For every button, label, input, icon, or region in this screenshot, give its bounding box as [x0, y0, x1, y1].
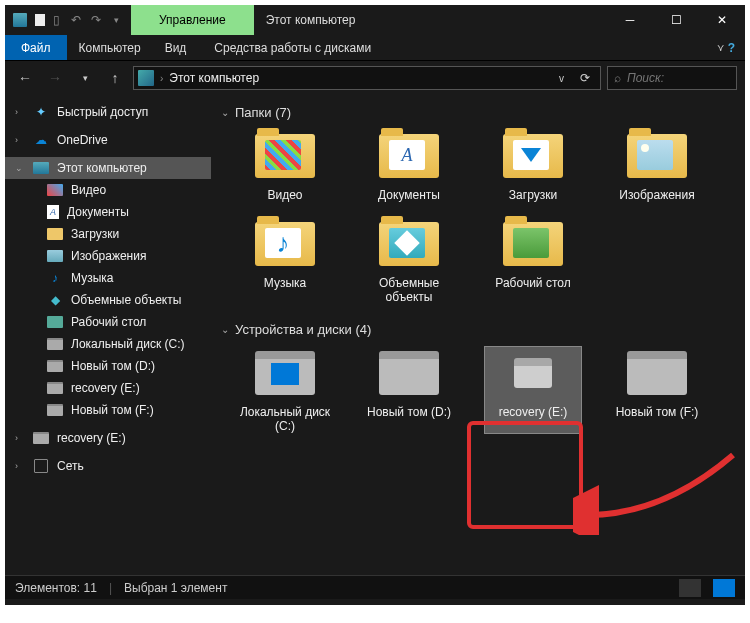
chevron-right-icon[interactable]: › — [15, 433, 25, 443]
group-label: Устройства и диски (4) — [235, 322, 371, 337]
window-title: Этот компьютер — [254, 5, 607, 35]
content-pane[interactable]: ⌄ Папки (7) Видео Документы Загрузки Изо… — [211, 95, 745, 575]
refresh-icon[interactable]: ⟳ — [574, 71, 596, 85]
folder-music[interactable]: Музыка — [237, 218, 333, 304]
sidebar-network[interactable]: › Сеть — [5, 455, 211, 477]
folder-desktop[interactable]: Рабочий стол — [485, 218, 581, 304]
cloud-icon: ☁ — [33, 132, 49, 148]
sidebar-item-desktop[interactable]: Рабочий стол — [5, 311, 211, 333]
sidebar-item-label: Быстрый доступ — [57, 105, 148, 119]
folders-grid: Видео Документы Загрузки Изображения Муз… — [219, 130, 737, 316]
address-dropdown-icon[interactable]: v — [555, 73, 568, 84]
status-bar: Элементов: 11 | Выбран 1 элемент — [5, 575, 745, 599]
drives-grid: Локальный диск (C:) Новый том (D:) recov… — [219, 347, 737, 445]
chevron-right-icon[interactable]: › — [15, 461, 25, 471]
search-box[interactable]: ⌕ — [607, 66, 737, 90]
ribbon-context-tab-manage[interactable]: Управление — [131, 5, 254, 35]
minimize-button[interactable]: ─ — [607, 5, 653, 35]
chevron-down-icon[interactable]: ⌄ — [221, 107, 229, 118]
qat-redo-icon[interactable]: ↷ — [87, 11, 105, 29]
address-text[interactable]: Этот компьютер — [169, 71, 549, 85]
maximize-button[interactable]: ☐ — [653, 5, 699, 35]
sidebar-item-label: Изображения — [71, 249, 146, 263]
sidebar-item-drive-f[interactable]: Новый том (F:) — [5, 399, 211, 421]
drive-icon — [514, 358, 552, 388]
sidebar-item-documents[interactable]: AДокументы — [5, 201, 211, 223]
chevron-down-icon[interactable]: ⌄ — [15, 163, 25, 173]
qat-properties-icon[interactable] — [35, 14, 45, 26]
drive-e-recovery[interactable]: recovery (E:) — [485, 347, 581, 433]
sidebar-this-pc[interactable]: ⌄ Этот компьютер — [5, 157, 211, 179]
document-icon: A — [47, 205, 59, 219]
drive-icon — [379, 351, 439, 395]
drive-icon — [47, 402, 63, 418]
desktop-icon — [47, 314, 63, 330]
drive-c[interactable]: Локальный диск (C:) — [237, 347, 333, 433]
drive-f[interactable]: Новый том (F:) — [609, 347, 705, 433]
folder-downloads[interactable]: Загрузки — [485, 130, 581, 202]
sidebar-item-drive-c[interactable]: Локальный диск (C:) — [5, 333, 211, 355]
sidebar-item-3d[interactable]: ◆Объемные объекты — [5, 289, 211, 311]
help-icon[interactable]: ? — [728, 41, 735, 55]
sidebar-item-drive-e[interactable]: recovery (E:) — [5, 377, 211, 399]
folder-pictures[interactable]: Изображения — [609, 130, 705, 202]
sidebar-quick-access[interactable]: › ✦ Быстрый доступ — [5, 101, 211, 123]
chevron-right-icon[interactable]: › — [15, 135, 25, 145]
navigation-pane: › ✦ Быстрый доступ › ☁ OneDrive ⌄ Этот к… — [5, 95, 211, 575]
sidebar-onedrive[interactable]: › ☁ OneDrive — [5, 129, 211, 151]
ribbon-tab-computer[interactable]: Компьютер — [67, 35, 153, 60]
network-icon — [33, 458, 49, 474]
ribbon-tab-view[interactable]: Вид — [153, 35, 199, 60]
music-folder-icon — [265, 228, 301, 258]
chevron-right-icon[interactable]: › — [160, 73, 163, 84]
item-label: Новый том (D:) — [367, 405, 451, 419]
sidebar-item-drive-d[interactable]: Новый том (D:) — [5, 355, 211, 377]
ribbon-tab-file[interactable]: Файл — [5, 35, 67, 60]
sidebar-item-label: Сеть — [57, 459, 84, 473]
pictures-icon — [47, 248, 63, 264]
group-header-drives[interactable]: ⌄ Устройства и диски (4) — [219, 316, 737, 347]
recent-locations-dropdown[interactable]: ▾ — [73, 66, 97, 90]
item-label: Рабочий стол — [495, 276, 570, 290]
sidebar-item-label: recovery (E:) — [71, 381, 140, 395]
back-button[interactable]: ← — [13, 66, 37, 90]
sidebar-item-videos[interactable]: Видео — [5, 179, 211, 201]
ribbon-tab-drive-tools[interactable]: Средства работы с дисками — [202, 35, 383, 60]
chevron-down-icon[interactable]: ⌄ — [221, 324, 229, 335]
sidebar-item-label: Этот компьютер — [57, 161, 147, 175]
navigation-bar: ← → ▾ ↑ › Этот компьютер v ⟳ ⌕ — [5, 61, 745, 95]
pc-icon — [33, 160, 49, 176]
chevron-right-icon[interactable]: › — [15, 107, 25, 117]
drive-icon — [627, 351, 687, 395]
forward-button[interactable]: → — [43, 66, 67, 90]
sidebar-recovery[interactable]: › recovery (E:) — [5, 427, 211, 449]
drive-icon — [47, 358, 63, 374]
qat-undo-icon[interactable]: ↶ — [67, 11, 85, 29]
pictures-folder-icon — [637, 140, 673, 170]
address-bar[interactable]: › Этот компьютер v ⟳ — [133, 66, 601, 90]
qat-new-folder-icon[interactable]: ▯ — [47, 11, 65, 29]
sidebar-item-label: Видео — [71, 183, 106, 197]
close-button[interactable]: ✕ — [699, 5, 745, 35]
item-label: Загрузки — [509, 188, 557, 202]
folder-3d-objects[interactable]: Объемные объекты — [361, 218, 457, 304]
folder-videos[interactable]: Видео — [237, 130, 333, 202]
desktop-folder-icon — [513, 228, 549, 258]
view-details-button[interactable] — [679, 579, 701, 597]
explorer-window: ▯ ↶ ↷ ▾ Управление Этот компьютер ─ ☐ ✕ … — [5, 5, 745, 605]
group-header-folders[interactable]: ⌄ Папки (7) — [219, 99, 737, 130]
sidebar-item-downloads[interactable]: Загрузки — [5, 223, 211, 245]
sidebar-item-label: Новый том (D:) — [71, 359, 155, 373]
sidebar-item-pictures[interactable]: Изображения — [5, 245, 211, 267]
qat-dropdown-icon[interactable]: ▾ — [107, 11, 125, 29]
folder-documents[interactable]: Документы — [361, 130, 457, 202]
sidebar-item-music[interactable]: ♪Музыка — [5, 267, 211, 289]
up-button[interactable]: ↑ — [103, 66, 127, 90]
view-large-icons-button[interactable] — [713, 579, 735, 597]
item-label: Музыка — [264, 276, 306, 290]
drive-d[interactable]: Новый том (D:) — [361, 347, 457, 433]
ribbon-expand-icon[interactable]: ⋎ — [717, 42, 724, 53]
search-input[interactable] — [627, 71, 730, 85]
star-icon: ✦ — [33, 104, 49, 120]
status-item-count: Элементов: 11 — [15, 581, 97, 595]
